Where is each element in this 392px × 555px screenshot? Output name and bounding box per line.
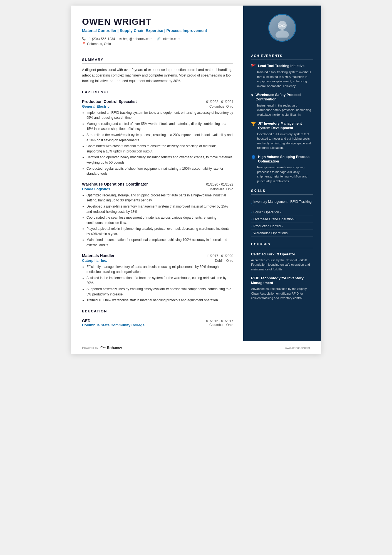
footer-website: www.enhancv.com <box>285 346 310 349</box>
job-1-bullets: Implemented an RFID tracking system for … <box>82 110 233 176</box>
resume-body: OWEN WRIGHT Material Controller | Supply… <box>71 6 321 341</box>
achievement-3: 🏆 JIT Inventory Management System Develo… <box>251 121 313 150</box>
job-3-location: Dublin, Ohio <box>215 259 233 263</box>
linkedin-value: linkedin.com <box>162 37 180 41</box>
skill-dot-icon: · <box>251 224 252 228</box>
email-icon: ✉ <box>119 37 122 41</box>
experience-title: EXPERIENCE <box>82 90 233 96</box>
education-section: EDUCATION GED 01/2016 - 01/2017 Columbus… <box>82 309 233 327</box>
list-item: Coordinated the seamless movement of mat… <box>86 215 233 225</box>
achievement-2-header: ♥ Warehouse Safety Protocol Contribution <box>251 93 313 102</box>
skill-text-1: Inventory Management · RFID Tracking · <box>253 200 313 208</box>
achievement-4: 👤 High-Volume Shipping Process Optimizat… <box>251 155 313 184</box>
education-title: EDUCATION <box>82 309 233 315</box>
list-item: Implemented an RFID tracking system for … <box>86 110 233 120</box>
list-item: Streamlined the rework/repair cycle proc… <box>86 132 233 143</box>
job-3-dates: 11/2017 - 01/2020 <box>206 254 233 258</box>
achievement-1: 🚩 Lead Tool Tracking Initiative Initiate… <box>251 64 313 88</box>
job-1: Production Control Specialist 01/2022 - … <box>82 99 233 176</box>
achievement-1-header: 🚩 Lead Tool Tracking Initiative <box>251 64 313 68</box>
phone-icon: 📞 <box>82 37 86 41</box>
left-column: OWEN WRIGHT Material Controller | Supply… <box>71 6 243 341</box>
resume-wrapper: OWEN WRIGHT Material Controller | Supply… <box>71 6 321 354</box>
courses-section: COURSES Certified Forklift Operator Accr… <box>251 242 313 300</box>
skill-dot-icon: · <box>251 201 252 206</box>
job-3-company: Caterpillar Inc. <box>82 258 107 263</box>
list-item: Optimized receiving, storage, and shippi… <box>86 193 233 203</box>
location-value: Columbus, Ohio <box>87 42 111 46</box>
summary-section: SUMMARY A diligent professional with ove… <box>82 58 233 84</box>
location-icon: 📍 <box>82 42 86 46</box>
right-column: ACHIEVEMENTS 🚩 Lead Tool Tracking Initia… <box>243 6 321 341</box>
skill-item-3: · Overhead Crane Operation · <box>251 216 313 223</box>
achievements-section: ACHIEVEMENTS 🚩 Lead Tool Tracking Initia… <box>251 54 313 183</box>
list-item: Supported assembly lines by ensuring tim… <box>86 287 233 297</box>
achievement-2: ♥ Warehouse Safety Protocol Contribution… <box>251 93 313 117</box>
course-1-title: Certified Forklift Operator <box>251 252 313 257</box>
job-1-header: Production Control Specialist 01/2022 - … <box>82 99 233 104</box>
job-1-location: Columbus, Ohio <box>209 105 233 108</box>
list-item: Developed a just-in-time inventory manag… <box>86 204 233 214</box>
skill-item-1: · Inventory Management · RFID Tracking · <box>251 199 313 209</box>
achievement-2-title: Warehouse Safety Protocol Contribution <box>255 93 313 102</box>
achievement-1-desc: Initiated a tool tracking system overhau… <box>251 70 313 88</box>
list-item: Played a pivotal role in implementing a … <box>86 226 233 236</box>
edu-1-header: GED 01/2016 - 01/2017 <box>82 319 233 323</box>
course-2-title: RFID Technology for Inventory Management <box>251 276 313 285</box>
email-item: ✉ help@enhancv.com <box>119 37 152 41</box>
skill-text-3: Overhead Crane Operation · <box>253 217 295 221</box>
job-1-company: General Electric <box>82 104 110 108</box>
achievement-1-title: Lead Tool Tracking Initiative <box>258 64 304 68</box>
avatar <box>269 15 295 41</box>
flag-icon: 🚩 <box>251 64 256 68</box>
skill-dot-icon: · <box>251 217 252 221</box>
skills-title: SKILLS <box>251 189 313 195</box>
brand-name: Enhancv <box>107 346 122 350</box>
course-2: RFID Technology for Inventory Management… <box>251 276 313 300</box>
person-icon: 👤 <box>251 155 256 159</box>
photo-area <box>251 6 313 48</box>
powered-by-text: Powered by <box>82 346 98 349</box>
heart-icon: ♥ <box>251 93 253 97</box>
list-item: Efficiently managed inventory of parts a… <box>86 264 233 275</box>
phone-value: +1-(234)-555-1234 <box>87 37 115 41</box>
course-1: Certified Forklift Operator Accredited c… <box>251 252 313 272</box>
skill-text-4: Production Control · <box>253 224 283 228</box>
location-row: 📍 Columbus, Ohio <box>82 42 233 46</box>
edu-1-dates: 01/2016 - 01/2017 <box>206 319 233 323</box>
job-2-title: Warehouse Operations Coordinator <box>82 182 148 186</box>
skills-list: · Inventory Management · RFID Tracking ·… <box>251 199 313 237</box>
achievement-3-title: JIT Inventory Management System Developm… <box>258 121 313 130</box>
edu-1-location: Columbus, Ohio <box>209 323 233 327</box>
job-2: Warehouse Operations Coordinator 01/2020… <box>82 182 233 248</box>
job-2-bullets: Optimized receiving, storage, and shippi… <box>82 193 233 248</box>
skills-section: SKILLS · Inventory Management · RFID Tra… <box>251 189 313 237</box>
linkedin-icon: 🔗 <box>157 37 161 41</box>
achievement-4-title: High-Volume Shipping Process Optimizatio… <box>258 155 313 164</box>
job-2-header: Warehouse Operations Coordinator 01/2020… <box>82 182 233 186</box>
list-item: Maintained documentation for operational… <box>86 237 233 248</box>
job-1-company-row: General Electric Columbus, Ohio <box>82 104 233 108</box>
achievements-title: ACHIEVEMENTS <box>251 54 313 60</box>
trophy-icon: 🏆 <box>251 122 256 126</box>
course-2-desc: Advanced course provided by the Supply C… <box>251 287 313 300</box>
candidate-tagline: Material Controller | Supply Chain Exper… <box>82 28 233 34</box>
linkedin-item: 🔗 linkedin.com <box>157 37 180 41</box>
email-value: help@enhancv.com <box>123 37 152 41</box>
job-1-title: Production Control Specialist <box>82 99 137 104</box>
phone-item: 📞 +1-(234)-555-1234 <box>82 37 115 41</box>
list-item: Coordinated with cross-functional teams … <box>86 144 233 154</box>
profile-photo <box>268 14 296 42</box>
job-3-company-row: Caterpillar Inc. Dublin, Ohio <box>82 258 233 263</box>
edu-item-1: GED 01/2016 - 01/2017 Columbus State Com… <box>82 319 233 327</box>
skill-item-5: · Warehouse Operations <box>251 230 313 237</box>
achievement-4-header: 👤 High-Volume Shipping Process Optimizat… <box>251 155 313 164</box>
edu-1-degree: GED <box>82 319 90 323</box>
job-3: Materials Handler 11/2017 - 01/2020 Cate… <box>82 253 233 303</box>
job-2-location: Marysville, Ohio <box>210 187 233 191</box>
edu-1-school-row: Columbus State Community College Columbu… <box>82 323 233 327</box>
logo-icon <box>100 345 106 350</box>
job-2-dates: 01/2020 - 01/2022 <box>206 182 233 186</box>
skill-item-4: · Production Control · <box>251 223 313 230</box>
achievement-3-header: 🏆 JIT Inventory Management System Develo… <box>251 121 313 130</box>
